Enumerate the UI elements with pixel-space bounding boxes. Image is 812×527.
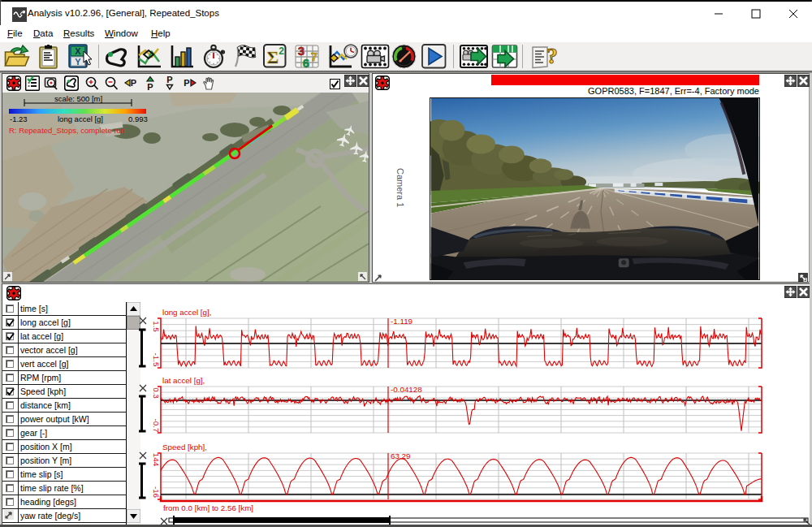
svg-text:P: P bbox=[166, 76, 172, 84]
svg-text:-16: -16 bbox=[152, 486, 161, 499]
svg-text:Y: Y bbox=[75, 57, 81, 67]
svg-text:144: 144 bbox=[152, 453, 161, 467]
svg-text:63.29: 63.29 bbox=[391, 451, 411, 460]
svg-text:P: P bbox=[184, 78, 189, 88]
svg-text:long accel [g]: long accel [g] bbox=[58, 114, 103, 123]
svg-text:R: Repeated_Stops, complete r: R: Repeated_Stops, complete run bbox=[9, 126, 125, 135]
svg-text:X: X bbox=[75, 46, 81, 56]
svg-text:P: P bbox=[147, 82, 153, 92]
svg-text:Σ: Σ bbox=[267, 47, 279, 67]
svg-text:long accel [g],: long accel [g], bbox=[162, 308, 211, 317]
svg-text:2: 2 bbox=[279, 45, 284, 57]
svg-text:0.3: 0.3 bbox=[152, 387, 161, 399]
svg-text:-1.5: -1.5 bbox=[152, 353, 161, 367]
svg-text:scale: 500 [m]: scale: 500 [m] bbox=[54, 94, 102, 103]
svg-text:P: P bbox=[131, 78, 136, 88]
svg-text:Speed [kph],: Speed [kph], bbox=[162, 443, 207, 451]
svg-text:0.993: 0.993 bbox=[128, 114, 148, 123]
svg-text:-1.119: -1.119 bbox=[391, 317, 412, 326]
svg-text:-0.7: -0.7 bbox=[152, 419, 161, 433]
svg-text:lat accel [g],: lat accel [g], bbox=[162, 376, 205, 385]
svg-text:-1.23: -1.23 bbox=[10, 114, 28, 123]
svg-text:7: 7 bbox=[311, 50, 317, 63]
svg-text:6: 6 bbox=[303, 56, 309, 70]
svg-text:-0.04128: -0.04128 bbox=[391, 385, 422, 394]
svg-text:1.5: 1.5 bbox=[152, 321, 161, 332]
svg-text:from 0.0 [km] to 2.56 [km]: from 0.0 [km] to 2.56 [km] bbox=[163, 503, 253, 512]
svg-text:?: ? bbox=[546, 44, 558, 68]
